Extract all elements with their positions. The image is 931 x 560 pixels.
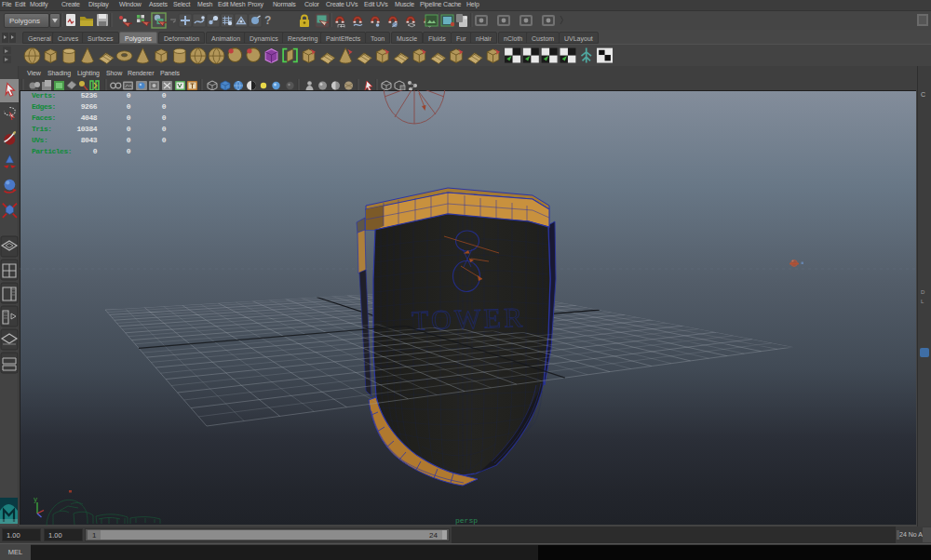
svg-text:?: ? [264,14,271,27]
svg-text:persp: persp [455,516,478,525]
svg-text:y: y [34,496,37,503]
